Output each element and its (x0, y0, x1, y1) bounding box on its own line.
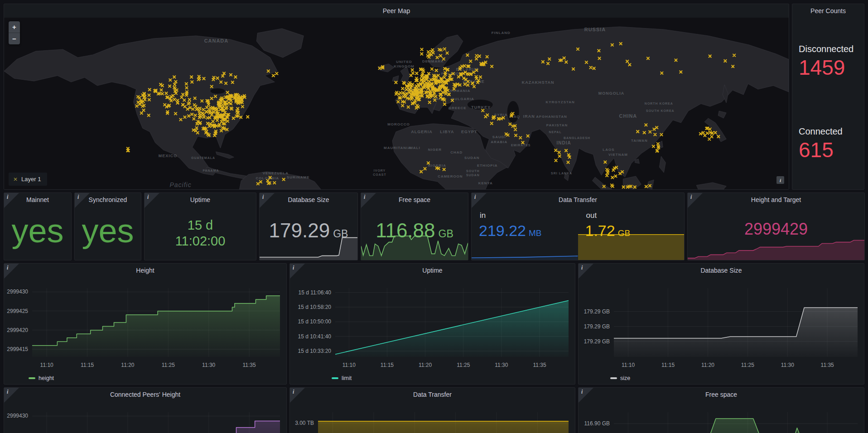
panel-info-icon[interactable]: i (4, 193, 19, 208)
panel-info-icon[interactable]: i (688, 193, 703, 208)
panel-info-icon[interactable]: i (4, 388, 19, 403)
peer-counts-title[interactable]: Peer Counts (792, 4, 864, 18)
panel-uptime-stat: i Uptime 15 d 11:02:00 (144, 192, 256, 260)
panel-free-space-stat: i Free space 116.88GB (361, 192, 468, 260)
panel-data-transfer-chart: i Data Transfer 3.00 TB11:1011:1511:2011… (289, 387, 575, 433)
panel-info-icon[interactable]: i (361, 193, 376, 208)
svg-text:11:15: 11:15 (381, 362, 394, 368)
panel-title-text: Mainnet (26, 196, 49, 203)
peer-map-title[interactable]: Peer Map (4, 4, 789, 18)
svg-text:PAKISTAN: PAKISTAN (546, 123, 568, 127)
panel-peer-counts: Peer Counts Disconnected 1459 Connected … (792, 4, 864, 190)
svg-text:UNITED: UNITED (396, 60, 412, 64)
panel-title[interactable]: Uptime (290, 264, 575, 277)
map-zoom-out-button[interactable]: − (9, 33, 20, 44)
panel-height-and-target: i Height and Target 2999429 (687, 192, 865, 260)
svg-text:15 d 10:58:20: 15 d 10:58:20 (298, 304, 332, 310)
legend-item-size[interactable]: size (610, 375, 630, 381)
free-space-chart[interactable]: 116.90 GB11:1011:1511:2011:2511:3011:35 (579, 401, 864, 433)
panel-info-icon[interactable]: i (145, 193, 159, 208)
svg-text:11:25: 11:25 (457, 362, 470, 368)
svg-text:AFGHANISTAN: AFGHANISTAN (536, 115, 567, 119)
panel-title[interactable]: Free space (361, 193, 468, 207)
panel-title[interactable]: Data Transfer (290, 388, 575, 401)
panel-title-text: Data Transfer (559, 196, 597, 203)
legend-label: size (620, 375, 630, 381)
data-transfer-chart[interactable]: 3.00 TB11:1011:1511:2011:2511:3011:35 (290, 401, 575, 433)
free-space-value: 116.88GB (376, 219, 453, 242)
svg-text:ARABIA: ARABIA (491, 140, 507, 144)
svg-text:EGYPT: EGYPT (461, 130, 477, 134)
hokkaido (718, 111, 726, 118)
stat-value: 615 (799, 140, 864, 160)
panel-info-icon[interactable]: i (4, 264, 19, 279)
uptime-chart[interactable]: 15 d 11:06:4015 d 10:58:2015 d 10:50:001… (290, 277, 575, 372)
panel-info-icon[interactable]: i (75, 193, 90, 208)
svg-text:SYRIA: SYRIA (494, 113, 507, 117)
in-label: in (480, 211, 578, 220)
caspian-sea (507, 101, 519, 123)
svg-text:11:20: 11:20 (419, 362, 432, 368)
svg-text:SRI LANKA: SRI LANKA (551, 172, 572, 175)
panel-title[interactable]: Data Transfer (472, 193, 684, 207)
height-chart[interactable]: 299943029994252999420299941511:1011:1511… (4, 277, 286, 372)
svg-text:15 d 11:06:40: 15 d 11:06:40 (298, 289, 331, 296)
svg-text:11:35: 11:35 (243, 362, 256, 368)
svg-text:11:30: 11:30 (781, 362, 794, 368)
cuba (216, 152, 234, 159)
svg-text:11:35: 11:35 (533, 362, 546, 368)
svg-text:179.29 GB: 179.29 GB (584, 323, 610, 330)
stat-label: Disconnected (799, 44, 864, 54)
svg-text:CANADA: CANADA (204, 38, 229, 43)
panel-title-text: Height (136, 267, 154, 274)
panel-info-icon[interactable]: i (579, 388, 593, 403)
svg-text:11:10: 11:10 (622, 362, 635, 368)
panel-info-icon[interactable]: i (579, 264, 593, 279)
panel-info-icon[interactable]: i (260, 193, 275, 208)
panel-title-text: Peer Counts (810, 7, 846, 14)
svg-text:2999430: 2999430 (7, 413, 28, 419)
panel-info-icon[interactable]: i (472, 193, 487, 208)
panel-free-space-chart: i Free space 116.90 GB11:1011:1511:2011:… (578, 387, 864, 433)
world-map[interactable]: RUSSIACANADAFINLANDUNITEDKINGDOMDENMARKP… (4, 18, 789, 189)
panel-info-icon[interactable]: i (290, 264, 305, 279)
panel-title[interactable]: Height (4, 264, 286, 277)
synchronized-value: yes (82, 217, 134, 250)
svg-text:15 d 10:33:20: 15 d 10:33:20 (298, 348, 332, 354)
legend-item-limit[interactable]: limit (332, 375, 352, 381)
new-guinea (696, 183, 726, 189)
map-layer-toggle[interactable]: ✕ Layer 1 (9, 173, 47, 186)
hainan (635, 159, 639, 164)
svg-text:EMIRATES: EMIRATES (511, 144, 531, 147)
panel-info-icon[interactable]: i (290, 388, 305, 403)
peer-counts-body: Disconnected 1459 Connected 615 (792, 18, 864, 189)
panel-peer-map: Peer Map (4, 4, 789, 190)
panel-title[interactable]: Uptime (145, 193, 256, 207)
svg-text:11:20: 11:20 (121, 362, 134, 368)
svg-text:SUDAN: SUDAN (466, 173, 480, 177)
panel-title[interactable]: Height and Target (688, 193, 864, 207)
map-attribution-icon[interactable]: i (776, 176, 784, 184)
svg-text:BULGARIA: BULGARIA (452, 97, 474, 101)
panel-title[interactable]: Free space (579, 388, 864, 401)
svg-text:SUDAN: SUDAN (464, 156, 479, 160)
panel-uptime-chart: i Uptime 15 d 11:06:4015 d 10:58:2015 d … (289, 263, 575, 385)
panel-title-text: Database Size (700, 267, 742, 274)
svg-text:11:30: 11:30 (202, 362, 215, 368)
svg-text:GUATEMALA: GUATEMALA (191, 156, 215, 159)
panel-title[interactable]: Database Size (579, 264, 864, 277)
svg-text:11:30: 11:30 (495, 362, 508, 368)
panel-title[interactable]: Connected Peers' Height (4, 388, 286, 401)
legend-item-height[interactable]: height (29, 375, 54, 381)
svg-text:MAURITANIA: MAURITANIA (384, 146, 411, 150)
svg-text:2999430: 2999430 (7, 289, 28, 295)
svg-text:GREECE: GREECE (448, 106, 467, 110)
svg-text:KENYA: KENYA (478, 181, 493, 185)
data-transfer-out: out 1.72GB (578, 207, 685, 260)
panel-title-text: Data Transfer (413, 391, 452, 398)
stat-connected: Connected 615 (799, 102, 864, 185)
database-size-chart[interactable]: 179.29 GB179.29 GB179.29 GB11:1011:1511:… (579, 277, 864, 372)
map-zoom-in-button[interactable]: + (9, 21, 20, 33)
connected-peers-height-chart[interactable]: 299943029994252999420299941511:1011:1511… (4, 401, 286, 433)
ireland (392, 76, 399, 82)
